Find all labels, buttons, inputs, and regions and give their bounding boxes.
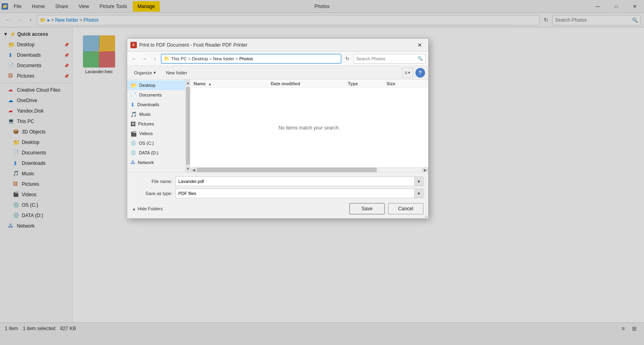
view-icon: ≡ bbox=[405, 70, 407, 76]
dialog-title: Print to PDF Document - Foxit Reader PDF… bbox=[139, 42, 412, 48]
hscroll-left-arrow[interactable]: ◀ bbox=[190, 168, 197, 172]
dialog-nav-label: OS (C:) bbox=[139, 141, 154, 146]
dialog-nav-panel: 📁 Desktop 📄 Documents ⬇ Downloads 🎵 Musi… bbox=[127, 80, 186, 172]
dialog-bc-sep-2: > bbox=[235, 56, 238, 61]
dialog-bc-sep-0: > bbox=[188, 56, 190, 61]
dialog-foxit-icon: F bbox=[130, 42, 137, 48]
dialog-nav-network[interactable]: 🖧 Network bbox=[127, 158, 185, 167]
dialog-nav-dl-icon: ⬇ bbox=[130, 102, 135, 108]
dialog-nav-datad[interactable]: 💿 DATA (D:) bbox=[127, 148, 185, 158]
dialog-organize-button[interactable]: Organize ▼ bbox=[130, 69, 160, 77]
dialog-bc-current: Photos bbox=[239, 56, 253, 61]
organize-label: Organize bbox=[134, 70, 152, 75]
dialog-nav-label: Network bbox=[138, 160, 154, 165]
dialog-nav-label: Desktop bbox=[139, 83, 155, 88]
save-as-type-value: PDF files bbox=[178, 191, 196, 196]
header-type[interactable]: Type bbox=[348, 81, 386, 86]
dialog-breadcrumb[interactable]: 📁 This PC > Desktop > New folder > Photo… bbox=[161, 54, 341, 64]
dialog-bc-item-0[interactable]: This PC bbox=[171, 56, 187, 61]
dialog-nav-pictures[interactable]: 🖼 Pictures bbox=[127, 119, 185, 129]
dialog-nav-music-icon: 🎵 bbox=[130, 111, 137, 117]
sort-arrow: ▲ bbox=[208, 82, 212, 86]
dialog-resize-handle[interactable]: ⊿ bbox=[423, 214, 428, 218]
view-arrow-icon: ▼ bbox=[407, 71, 411, 75]
scroll-down-arrow[interactable]: ▼ bbox=[186, 166, 190, 172]
dialog-nav-downloads[interactable]: ⬇ Downloads bbox=[127, 100, 185, 109]
dialog-nav-label: Videos bbox=[139, 131, 153, 136]
dialog-nav-pic-icon: 🖼 bbox=[130, 121, 136, 127]
dialog-file-header: Name ▲ Date modified Type Size bbox=[190, 80, 428, 88]
dialog-bc-item-1[interactable]: Desktop bbox=[192, 56, 208, 61]
scroll-thumb[interactable] bbox=[186, 87, 190, 165]
dialog-file-area: Name ▲ Date modified Type Size No items … bbox=[190, 80, 428, 172]
dialog-content: 📁 Desktop 📄 Documents ⬇ Downloads 🎵 Musi… bbox=[127, 80, 428, 172]
dialog-nav-desktop[interactable]: 📁 Desktop bbox=[127, 80, 185, 90]
save-as-type-row: Save as type: PDF files ▼ bbox=[132, 189, 423, 198]
new-folder-label: New folder bbox=[166, 70, 188, 75]
file-name-label: File name: bbox=[132, 179, 172, 184]
save-as-type-dropdown-button[interactable]: ▼ bbox=[415, 189, 423, 198]
dialog-view-button[interactable]: ≡ ▼ bbox=[402, 68, 413, 78]
dialog-bc-icon: 📁 bbox=[164, 56, 169, 61]
dialog-bc-sep-1: > bbox=[209, 56, 212, 61]
dialog-empty-message: No items match your search. bbox=[190, 88, 428, 167]
dialog-bc-item-2[interactable]: New folder bbox=[213, 56, 234, 61]
dialog-nav-vid-icon: 🎬 bbox=[130, 131, 137, 137]
file-name-row: File name: ▼ bbox=[132, 177, 423, 186]
dialog-titlebar: F Print to PDF Document - Foxit Reader P… bbox=[127, 39, 428, 51]
file-name-dropdown-button[interactable]: ▼ bbox=[415, 177, 423, 186]
dialog-close-button[interactable]: ✕ bbox=[415, 40, 425, 50]
file-name-input-wrap: ▼ bbox=[175, 177, 423, 186]
dialog-nav-docs-icon: 📄 bbox=[130, 92, 137, 98]
save-as-type-input-wrap: PDF files ▼ bbox=[175, 189, 423, 198]
dialog-nav-label: Pictures bbox=[138, 121, 154, 126]
dialog-buttons: Save Cancel bbox=[349, 203, 423, 214]
dialog-footer: File name: ▼ Save as type: PDF files ▼ ▲… bbox=[127, 172, 428, 218]
hscroll-thumb[interactable] bbox=[197, 168, 377, 172]
cancel-button[interactable]: Cancel bbox=[388, 203, 423, 214]
dialog-nav-network-icon: 🖧 bbox=[130, 160, 135, 165]
dialog-horizontal-scrollbar[interactable]: ◀ ▶ bbox=[190, 167, 428, 172]
hscroll-track[interactable] bbox=[197, 168, 422, 172]
dialog-addressbar: ← → ↑ 📁 This PC > Desktop > New folder >… bbox=[127, 51, 428, 66]
header-size[interactable]: Size bbox=[386, 81, 425, 86]
hide-folders-label: Hide Folders bbox=[138, 206, 163, 211]
header-name[interactable]: Name ▲ bbox=[194, 81, 271, 86]
hide-folders-button[interactable]: ▲ Hide Folders bbox=[132, 206, 163, 211]
foxit-letter: F bbox=[132, 43, 135, 47]
dialog-nav-osc[interactable]: 💿 OS (C:) bbox=[127, 138, 185, 148]
save-button[interactable]: Save bbox=[349, 203, 385, 214]
dialog-up-button[interactable]: ↑ bbox=[151, 54, 159, 63]
hide-arrow-icon: ▲ bbox=[132, 207, 136, 211]
dialog-nav-scrollbar[interactable]: ▲ ▼ bbox=[186, 80, 190, 172]
dialog-nav-videos[interactable]: 🎬 Videos bbox=[127, 129, 185, 138]
dialog-nav-drive-icon: 💿 bbox=[130, 140, 136, 146]
header-date-modified[interactable]: Date modified bbox=[271, 81, 348, 86]
dialog-back-button[interactable]: ← bbox=[130, 54, 138, 63]
dialog-forward-button[interactable]: → bbox=[140, 54, 149, 63]
dialog-search-bar[interactable]: 🔍 bbox=[353, 54, 426, 64]
dialog-toolbar: Organize ▼ New folder ≡ ▼ ? bbox=[127, 66, 428, 80]
dialog-nav-folder-icon: 📁 bbox=[130, 82, 137, 88]
dialog-nav-label: Music bbox=[139, 112, 151, 117]
hscroll-right-arrow[interactable]: ▶ bbox=[422, 168, 428, 172]
save-as-type-display: PDF files bbox=[175, 189, 415, 198]
dialog-nav-label: Downloads bbox=[137, 102, 159, 107]
dialog-nav-music[interactable]: 🎵 Music bbox=[127, 109, 185, 119]
dialog-nav-documents[interactable]: 📄 Documents bbox=[127, 90, 185, 100]
scroll-up-arrow[interactable]: ▲ bbox=[186, 80, 190, 86]
dialog-search-icon: 🔍 bbox=[417, 56, 423, 61]
dialog-refresh-button[interactable]: ↻ bbox=[343, 54, 352, 63]
dialog-nav-label: DATA (D:) bbox=[139, 150, 158, 155]
dialog-new-folder-button[interactable]: New folder bbox=[163, 69, 191, 77]
dialog-action-row: ▲ Hide Folders Save Cancel bbox=[132, 201, 423, 214]
print-to-pdf-dialog: F Print to PDF Document - Foxit Reader P… bbox=[127, 38, 429, 219]
dialog-search-input[interactable] bbox=[356, 56, 417, 61]
dialog-nav-label: Documents bbox=[139, 92, 162, 97]
file-name-input[interactable] bbox=[175, 177, 415, 186]
dialog-help-button[interactable]: ? bbox=[415, 68, 425, 78]
save-as-type-label: Save as type: bbox=[132, 191, 172, 196]
dialog-nav-drive2-icon: 💿 bbox=[130, 150, 136, 156]
organize-arrow-icon: ▼ bbox=[153, 71, 157, 75]
